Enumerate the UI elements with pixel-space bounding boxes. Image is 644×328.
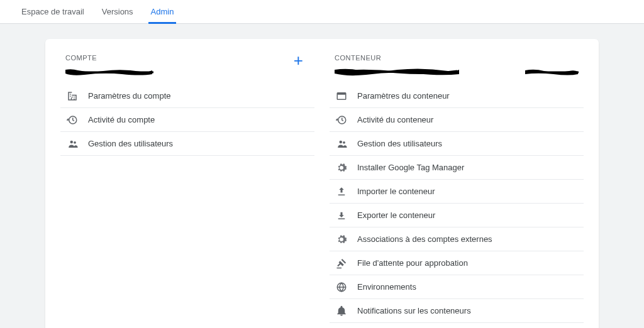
container-item-0[interactable]: Paramètres du conteneur: [330, 84, 584, 108]
container-item-1[interactable]: Activité du conteneur: [330, 108, 584, 132]
svg-point-3: [74, 141, 76, 143]
download-icon: [336, 210, 357, 221]
account-column: COMPTE + Paramètres du compteActivité du…: [45, 39, 314, 328]
svg-point-2: [70, 140, 74, 143]
account-item-label: Gestion des utilisateurs: [88, 139, 173, 148]
add-account-button[interactable]: +: [287, 54, 309, 67]
globe-icon: [336, 282, 357, 293]
container-item-label: Environnements: [357, 282, 416, 292]
redacted-text: [65, 67, 153, 77]
container-overline: CONTENEUR: [335, 54, 579, 62]
gear-icon: [336, 234, 357, 245]
history-icon: [67, 114, 88, 126]
tab-versions[interactable]: Versions: [93, 0, 142, 24]
gear-icon: [336, 162, 357, 173]
redacted-text: [525, 68, 579, 77]
container-column: CONTENEUR Paramètres du conteneurActivit…: [314, 39, 599, 328]
account-overline: COMPTE: [65, 54, 287, 62]
account-item-label: Paramètres du compte: [88, 91, 171, 101]
people-icon: [336, 138, 357, 150]
people-icon: [67, 138, 88, 150]
container-item-label: Associations à des comptes externes: [357, 234, 492, 244]
settings-panel-icon: [336, 90, 357, 102]
account-item-1[interactable]: Activité du compte: [60, 108, 314, 132]
container-item-6[interactable]: Associations à des comptes externes: [330, 227, 584, 251]
admin-page: COMPTE + Paramètres du compteActivité du…: [0, 24, 644, 328]
container-item-label: Importer le conteneur: [357, 187, 435, 196]
domain-icon: [67, 90, 88, 102]
container-item-8[interactable]: Environnements: [330, 275, 584, 299]
gavel-icon: [336, 258, 357, 269]
container-item-4[interactable]: Importer le conteneur: [330, 180, 584, 204]
tab-workspace[interactable]: Espace de travail: [13, 0, 93, 24]
svg-point-8: [340, 140, 343, 143]
upload-icon: [336, 186, 357, 197]
account-title[interactable]: [65, 65, 287, 79]
history-icon: [336, 114, 357, 126]
container-menu: Paramètres du conteneurActivité du conte…: [330, 84, 584, 323]
top-nav: Espace de travail Versions Admin: [0, 0, 644, 24]
container-title[interactable]: [335, 65, 579, 79]
svg-point-9: [343, 141, 345, 143]
admin-card: COMPTE + Paramètres du compteActivité du…: [45, 39, 599, 328]
container-item-label: Notifications sur les conteneurs: [357, 306, 471, 315]
container-item-label: File d'attente pour approbation: [357, 258, 468, 268]
container-item-3[interactable]: Installer Google Tag Manager: [330, 156, 584, 180]
container-item-label: Exporter le conteneur: [357, 210, 435, 220]
tab-admin[interactable]: Admin: [142, 0, 183, 24]
container-item-label: Gestion des utilisateurs: [357, 139, 442, 148]
container-item-label: Installer Google Tag Manager: [357, 163, 464, 172]
redacted-text: [335, 67, 460, 78]
bell-icon: [336, 305, 357, 317]
svg-rect-6: [337, 92, 346, 94]
account-item-label: Activité du compte: [88, 115, 155, 124]
container-item-label: Paramètres du conteneur: [357, 91, 450, 101]
account-item-2[interactable]: Gestion des utilisateurs: [60, 132, 314, 156]
container-item-7[interactable]: File d'attente pour approbation: [330, 251, 584, 275]
container-item-label: Activité du conteneur: [357, 115, 433, 124]
container-item-5[interactable]: Exporter le conteneur: [330, 204, 584, 227]
container-item-9[interactable]: Notifications sur les conteneurs: [330, 299, 584, 323]
account-item-0[interactable]: Paramètres du compte: [60, 84, 314, 108]
account-menu: Paramètres du compteActivité du compteGe…: [60, 84, 314, 156]
container-item-2[interactable]: Gestion des utilisateurs: [330, 132, 584, 156]
